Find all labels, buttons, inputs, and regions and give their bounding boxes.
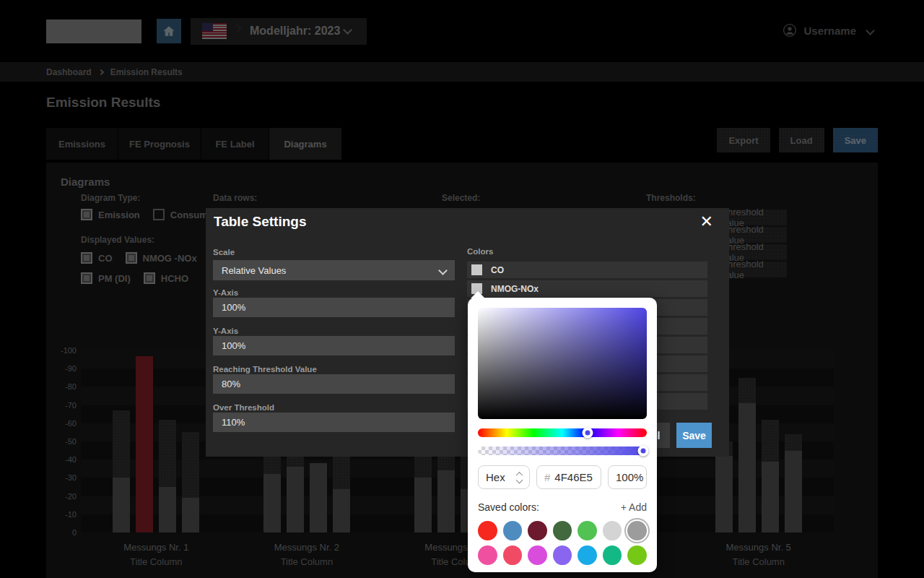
alpha-slider[interactable] [478,447,647,455]
field-input-y-axis[interactable]: 100% [213,298,455,317]
scale-select[interactable]: Relative Values [213,260,455,280]
saved-color-swatch[interactable] [578,521,597,540]
add-color-button[interactable]: + Add [621,501,647,513]
modal-title: Table Settings [214,214,306,230]
scale-value: Relative Values [222,265,286,276]
saved-swatch-row [478,545,647,565]
color-value-row: Hex # 4F46E5 100% [478,465,647,489]
color-format-value: Hex [486,471,505,483]
hue-slider-handle[interactable] [583,428,593,439]
saved-color-swatch[interactable] [478,521,497,540]
alpha-value-input[interactable]: 100% [608,465,647,489]
app-window: Modelljahr: 2023 Username Dashboard Emis… [0,0,924,578]
hue-slider[interactable] [478,428,647,437]
hex-value: 4F46E5 [554,471,593,483]
saved-color-swatch[interactable] [627,521,647,540]
field-label-y-axis: Y-Axis [213,327,238,335]
saturation-value-area[interactable] [478,308,647,419]
popover-arrow [471,291,485,298]
saved-color-swatch[interactable] [528,545,547,565]
saved-color-swatch[interactable] [503,545,523,565]
saved-swatch-row [478,521,647,540]
alpha-slider-handle[interactable] [638,446,649,457]
field-label-y-axis: Y-Axis [213,288,238,297]
color-swatch[interactable] [471,264,482,275]
color-format-select[interactable]: Hex [478,465,530,489]
hex-value-input[interactable]: # 4F46E5 [536,465,601,489]
saved-color-swatch[interactable] [478,545,497,565]
saved-color-swatch[interactable] [627,545,647,565]
modal-save-button[interactable]: Save [676,423,712,448]
alpha-value: 100% [616,471,643,483]
chevron-updown-icon [517,472,522,483]
close-icon[interactable]: ✕ [700,213,713,230]
field-label-reaching-threshold-value: Reaching Threshold Value [213,365,317,374]
field-input-reaching-threshold-value[interactable]: 80% [213,374,455,394]
saved-color-swatch[interactable] [553,521,572,540]
saved-color-swatch[interactable] [503,521,523,540]
saved-color-swatch[interactable] [578,545,597,565]
field-input-over-threshold[interactable]: 110% [213,413,455,432]
chevron-down-icon [438,266,448,275]
saved-colors-header: Saved colors: + Add [478,501,647,513]
field-label-over-threshold: Over Threshold [213,403,274,412]
color-row-co[interactable]: CO [467,262,707,278]
color-row-label: CO [491,265,504,275]
hex-prefix: # [544,471,550,483]
color-row-label: NMOG-NOx [491,284,539,294]
scale-label: Scale [213,248,235,256]
saved-colors-label: Saved colors: [478,501,539,513]
color-row-nmog-nox[interactable]: NMOG-NOx [467,280,707,297]
field-input-y-axis[interactable]: 100% [213,336,455,355]
color-picker-popover: Hex # 4F46E5 100% Saved colors: + Add [468,298,657,572]
saved-color-swatch[interactable] [528,521,547,540]
saved-color-swatch[interactable] [553,545,572,565]
colors-label: Colors [467,247,493,256]
saved-color-swatch[interactable] [603,521,622,540]
saved-color-swatch[interactable] [603,545,622,565]
